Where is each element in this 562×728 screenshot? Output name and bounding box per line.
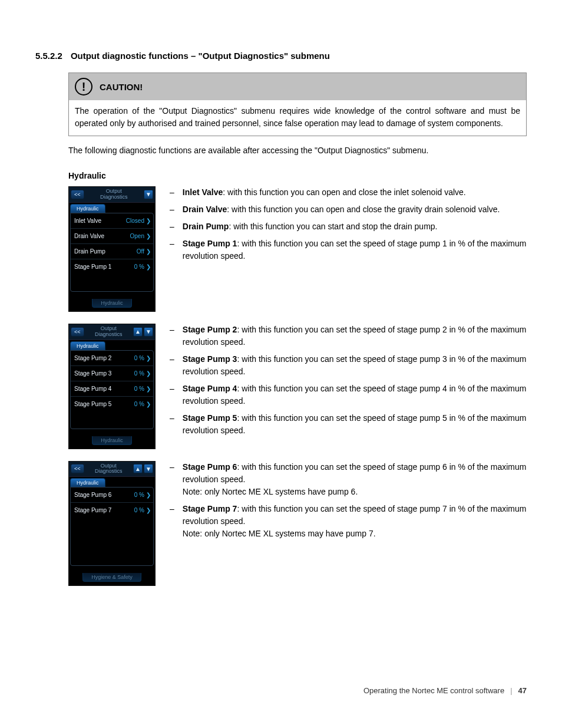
device-screenshot: <<OutputDiagnostics▲▼HydraulicStage Pump… [68,324,156,449]
row-label: Drain Valve [74,233,104,239]
chevron-right-icon: ❯ [146,386,151,392]
footer-text: Operating the Nortec ME control software [363,686,504,695]
section-number: 5.5.2.2 [35,51,62,61]
chevron-right-icon: ❯ [146,401,151,407]
row-value: Closed❯ [126,218,151,224]
scroll-down-icon[interactable]: ▼ [144,190,153,199]
chevron-right-icon: ❯ [146,248,151,255]
footer-tab[interactable]: Hydraulic [92,299,132,308]
description-text: : with this function you can open and cl… [223,187,465,197]
bullet-dash: – [170,324,174,348]
chevron-right-icon: ❯ [146,263,151,270]
list-item[interactable]: Drain ValveOpen❯ [71,229,153,244]
list-item[interactable]: Stage Pump 60 %❯ [71,487,153,503]
description-item: –Stage Pump 5: with this function you ca… [170,412,527,437]
footer-tab[interactable]: Hydraulic [92,436,132,445]
list-item[interactable]: Stage Pump 50 %❯ [71,397,153,411]
bullet-dash: – [170,503,174,540]
list-item[interactable]: Drain PumpOff❯ [71,244,153,259]
description-item: –Drain Valve: with this function you can… [170,203,527,216]
description-item: –Stage Pump 1: with this function you ca… [170,238,527,262]
bullet-dash: – [170,412,174,437]
bullet-dash: – [170,203,174,216]
description-term: Stage Pump 3 [183,354,237,364]
page-number: 47 [518,686,527,695]
description-term: Stage Pump 5 [183,413,237,423]
chevron-right-icon: ❯ [146,218,151,224]
screen-title: OutputDiagnostics [84,326,133,338]
chevron-right-icon: ❯ [146,355,151,361]
bullet-dash: – [170,220,174,233]
intro-text: The following diagnostic functions are a… [68,144,527,157]
device-screenshot: <<OutputDiagnostics▼HydraulicInlet Valve… [68,186,156,312]
description-item: –Stage Pump 3: with this function you ca… [170,353,527,378]
description-item: –Stage Pump 7: with this function you ca… [170,503,527,540]
description-term: Inlet Valve [183,187,223,197]
back-button[interactable]: << [71,464,84,473]
bullet-dash: – [170,383,174,407]
description-term: Stage Pump 4 [183,384,237,393]
description-term: Stage Pump 2 [183,325,237,334]
footer-separator: | [510,686,512,695]
caution-label: CAUTION! [100,82,143,92]
row-value: 0 %❯ [134,401,151,407]
description-note: Note: only Nortec ME XL systems may have… [183,528,527,540]
chevron-right-icon: ❯ [146,507,151,513]
screen-title: OutputDiagnostics [84,463,133,475]
bullet-dash: – [170,461,174,498]
scroll-up-icon[interactable]: ▲ [133,327,143,337]
description-item: –Stage Pump 6: with this function you ca… [170,461,527,498]
scroll-down-icon[interactable]: ▼ [144,464,153,473]
row-value: 0 %❯ [134,492,151,498]
row-value: 0 %❯ [134,386,151,392]
caution-body: The operation of the "Output Diagnostics… [69,100,526,136]
description-term: Drain Pump [183,222,229,231]
back-button[interactable]: << [71,190,84,199]
row-value: Off❯ [137,248,151,255]
list-item[interactable]: Stage Pump 30 %❯ [71,366,153,381]
tab-hydraulic[interactable]: Hydraulic [70,478,105,487]
list-item[interactable]: Stage Pump 40 %❯ [71,381,153,397]
chevron-right-icon: ❯ [146,370,151,377]
device-screenshot: <<OutputDiagnostics▲▼HydraulicStage Pump… [68,461,156,587]
description-term: Drain Valve [183,205,227,214]
description-item: –Stage Pump 2: with this function you ca… [170,324,527,348]
tab-hydraulic[interactable]: Hydraulic [70,204,105,213]
footer-tab[interactable]: Hygiene & Safety [82,573,141,582]
description-item: –Stage Pump 4: with this function you ca… [170,383,527,407]
row-value: 0 %❯ [134,355,151,361]
list-item[interactable]: Stage Pump 70 %❯ [71,503,153,518]
subsection-title: Hydraulic [68,171,527,180]
caution-icon: ! [75,78,92,95]
screen-title: OutputDiagnostics [84,189,144,200]
list-item[interactable]: Stage Pump 20 %❯ [71,351,153,366]
list-item[interactable]: Stage Pump 10 %❯ [71,259,153,274]
row-label: Stage Pump 2 [74,355,111,361]
chevron-right-icon: ❯ [146,233,151,239]
bullet-dash: – [170,238,174,262]
back-button[interactable]: << [71,327,84,337]
section-title: Output diagnostic functions – "Output Di… [71,51,330,61]
row-label: Stage Pump 4 [74,386,111,392]
scroll-down-icon[interactable]: ▼ [144,327,153,337]
row-value: 0 %❯ [134,507,151,513]
scroll-up-icon[interactable]: ▲ [133,464,143,473]
caution-box: ! CAUTION! The operation of the "Output … [68,73,527,136]
row-label: Drain Pump [74,248,105,255]
description-term: Stage Pump 7 [183,504,237,513]
chevron-right-icon: ❯ [146,492,151,498]
description-term: Stage Pump 6 [183,462,237,472]
row-label: Stage Pump 1 [74,263,111,270]
list-item[interactable]: Inlet ValveClosed❯ [71,213,153,229]
page-footer: Operating the Nortec ME control software… [363,686,527,695]
description-note: Note: only Nortec ME XL systems have pum… [183,486,527,498]
description-item: –Drain Pump: with this function you can … [170,220,527,233]
description-term: Stage Pump 1 [183,239,237,248]
tab-hydraulic[interactable]: Hydraulic [70,341,105,350]
row-label: Stage Pump 7 [74,507,111,513]
bullet-dash: – [170,353,174,378]
row-value: 0 %❯ [134,370,151,377]
description-text: : with this function you can open and cl… [227,205,500,214]
row-label: Inlet Valve [74,218,101,224]
description-text: : with this function you can start and s… [229,222,437,231]
